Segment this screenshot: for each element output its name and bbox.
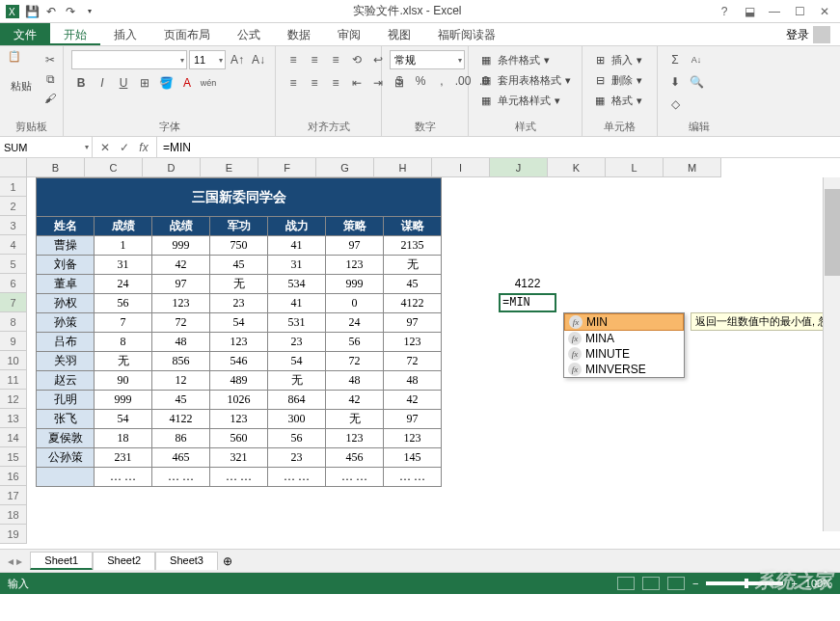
table-cell[interactable]: 45 — [384, 275, 442, 294]
border-icon[interactable]: ⊞ — [135, 73, 154, 93]
table-cell[interactable]: … … — [210, 468, 268, 487]
table-cell[interactable]: 18 — [95, 429, 152, 448]
minimize-icon[interactable]: — — [763, 3, 786, 20]
table-cell[interactable]: 48 — [384, 371, 442, 391]
func-item-min[interactable]: fxMIN — [564, 313, 684, 331]
table-cell[interactable]: 546 — [210, 352, 268, 371]
tab-layout[interactable]: 页面布局 — [150, 23, 224, 45]
tab-view[interactable]: 视图 — [374, 23, 424, 45]
table-cell[interactable]: 123 — [152, 294, 210, 313]
table-cell[interactable]: 曹操 — [37, 236, 95, 256]
table-cell[interactable]: 无 — [95, 352, 152, 371]
row-header-4[interactable]: 4 — [0, 235, 27, 255]
save-icon[interactable]: 💾 — [23, 3, 41, 20]
table-cell[interactable]: 97 — [326, 236, 384, 256]
table-cell[interactable]: 赵云 — [37, 371, 95, 391]
row-header-5[interactable]: 5 — [0, 255, 27, 274]
align-left-icon[interactable]: ≡ — [284, 73, 303, 93]
table-cell[interactable]: 750 — [210, 236, 268, 256]
sheet-tab-sheet1[interactable]: Sheet1 — [30, 552, 93, 570]
cells-area[interactable]: 三国新委同学会 姓名成绩战绩军功战力策略谋略 曹操199975041972135… — [27, 177, 823, 531]
row-header-13[interactable]: 13 — [0, 409, 27, 428]
sheet-tab-sheet3[interactable]: Sheet3 — [155, 552, 218, 570]
table-cell[interactable]: 48 — [152, 333, 210, 352]
conditional-format-button[interactable]: ▦条件格式 ▾ — [476, 50, 552, 69]
table-cell[interactable]: 465 — [152, 448, 210, 468]
italic-icon[interactable]: I — [93, 73, 112, 93]
percent-icon[interactable]: % — [411, 71, 430, 91]
table-cell[interactable]: 孙策 — [37, 313, 95, 333]
row-header-7[interactable]: 7 — [0, 293, 27, 312]
comma-icon[interactable]: , — [432, 71, 451, 91]
table-cell[interactable]: 123 — [326, 429, 384, 448]
col-header-K[interactable]: K — [548, 158, 606, 177]
table-cell[interactable]: 41 — [268, 236, 326, 256]
bold-icon[interactable]: B — [71, 73, 91, 93]
table-cell[interactable]: 856 — [152, 352, 210, 371]
zoom-out-icon[interactable]: − — [692, 578, 698, 589]
font-name-combo[interactable]: ▾ — [71, 50, 187, 69]
table-cell[interactable]: 无 — [326, 410, 384, 429]
tab-insert[interactable]: 插入 — [100, 23, 150, 45]
name-box[interactable]: SUM▾ — [0, 137, 93, 157]
row-header-2[interactable]: 2 — [0, 197, 27, 216]
table-cell[interactable]: 999 — [152, 236, 210, 256]
table-cell[interactable]: 无 — [384, 256, 442, 275]
insert-cells-button[interactable]: ⊞插入 ▾ — [590, 50, 644, 69]
cell-style-button[interactable]: ▦单元格样式 ▾ — [476, 91, 562, 110]
table-cell[interactable]: 42 — [152, 256, 210, 275]
table-cell[interactable]: 张飞 — [37, 410, 95, 429]
row-header-19[interactable]: 19 — [0, 525, 27, 544]
table-cell[interactable]: 1026 — [210, 391, 268, 410]
help-icon[interactable]: ? — [713, 3, 736, 20]
table-cell[interactable]: 864 — [268, 391, 326, 410]
col-header-L[interactable]: L — [606, 158, 664, 177]
login-area[interactable]: 登录 — [776, 23, 840, 45]
sheet-nav[interactable]: ◂ ▸ — [0, 554, 30, 568]
table-cell[interactable]: 0 — [326, 294, 384, 313]
table-cell[interactable]: 夏侯敦 — [37, 429, 95, 448]
table-cell[interactable]: … … — [95, 468, 152, 487]
table-cell[interactable]: 321 — [210, 448, 268, 468]
table-cell[interactable]: 145 — [384, 448, 442, 468]
tab-file[interactable]: 文件 — [0, 23, 50, 45]
undo-icon[interactable]: ↶ — [42, 3, 60, 20]
paste-button[interactable]: 📋 粘贴 — [8, 50, 35, 94]
table-cell[interactable]: 23 — [268, 333, 326, 352]
table-cell[interactable]: 4122 — [384, 294, 442, 313]
col-header-B[interactable]: B — [27, 158, 85, 177]
row-header-14[interactable]: 14 — [0, 428, 27, 447]
table-cell[interactable]: 孔明 — [37, 391, 95, 410]
currency-icon[interactable]: $ — [390, 71, 409, 91]
fx-icon[interactable]: fx — [135, 141, 152, 154]
table-cell[interactable]: 54 — [210, 313, 268, 333]
table-cell[interactable]: 42 — [326, 391, 384, 410]
row-header-12[interactable]: 12 — [0, 390, 27, 409]
align-top-icon[interactable]: ≡ — [284, 50, 303, 69]
tab-home[interactable]: 开始 — [50, 23, 100, 45]
page-layout-view-icon[interactable] — [642, 577, 660, 590]
col-header-E[interactable]: E — [201, 158, 258, 177]
find-icon[interactable]: 🔍 — [687, 72, 706, 92]
fill-color-icon[interactable]: 🪣 — [156, 73, 176, 93]
row-header-18[interactable]: 18 — [0, 505, 27, 525]
zoom-level[interactable]: 100% — [805, 578, 832, 589]
tab-formula[interactable]: 公式 — [224, 23, 274, 45]
clear-icon[interactable]: ◇ — [665, 94, 685, 114]
table-cell[interactable]: 560 — [210, 429, 268, 448]
row-header-16[interactable]: 16 — [0, 467, 27, 486]
table-cell[interactable]: 无 — [268, 371, 326, 391]
table-cell[interactable]: 999 — [326, 275, 384, 294]
qat-dropdown-icon[interactable]: ▾ — [81, 3, 98, 20]
row-header-3[interactable]: 3 — [0, 216, 27, 235]
align-center-icon[interactable]: ≡ — [305, 73, 324, 93]
phonetic-icon[interactable]: wén — [199, 73, 218, 93]
number-format-combo[interactable]: 常规▾ — [390, 50, 465, 69]
row-header-11[interactable]: 11 — [0, 370, 27, 390]
col-header-I[interactable]: I — [432, 158, 490, 177]
table-cell[interactable]: 999 — [95, 391, 152, 410]
table-cell[interactable]: 56 — [95, 294, 152, 313]
func-item-minute[interactable]: fxMINUTE — [564, 346, 684, 362]
table-cell[interactable]: 45 — [210, 256, 268, 275]
font-color-icon[interactable]: A — [177, 73, 197, 93]
